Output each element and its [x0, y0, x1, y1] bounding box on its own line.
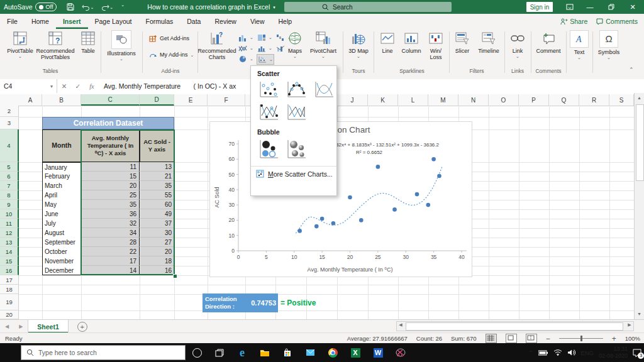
comment-button[interactable]: Comment — [533, 30, 564, 54]
row-header-6[interactable]: 6 — [0, 172, 19, 181]
cell-acsold[interactable]: 13 — [140, 162, 174, 172]
microsoft-store-button[interactable] — [279, 345, 296, 360]
cell-month[interactable]: June — [42, 209, 81, 219]
cell-temperature[interactable]: 25 — [81, 190, 140, 200]
tab-formulas[interactable]: Formulas — [139, 14, 180, 29]
cell-month[interactable]: October — [42, 247, 81, 256]
autosave-toggle[interactable]: AutoSave Off — [0, 0, 63, 14]
row-header-2[interactable]: 2 — [0, 106, 19, 117]
tab-data[interactable]: Data — [180, 14, 208, 29]
horizontal-scroll-thumb[interactable] — [406, 322, 623, 331]
cell-temperature[interactable]: 34 — [81, 228, 140, 238]
cortana-button[interactable] — [189, 345, 205, 360]
edge-button[interactable]: e — [234, 345, 250, 360]
word-button[interactable]: W — [370, 345, 386, 360]
row-header-11[interactable]: 11 — [0, 219, 19, 228]
status-count[interactable]: Count: 26 — [416, 335, 442, 342]
pivottable-button[interactable]: PivotTable⌄ — [6, 30, 34, 58]
chrome-button[interactable] — [325, 345, 341, 360]
zoom-slider[interactable] — [559, 338, 603, 339]
maps-button[interactable]: Maps⌄ — [284, 30, 306, 58]
scroll-left-icon[interactable]: ◀ — [397, 321, 404, 331]
speaker-icon[interactable] — [567, 349, 575, 356]
customize-quick-access-button[interactable]: ▔⌄ — [117, 0, 128, 14]
cell-acsold[interactable]: 35 — [140, 181, 174, 190]
tab-insert[interactable]: Insert — [56, 14, 88, 29]
slicer-button[interactable]: Slicer — [452, 30, 473, 54]
row-header-14[interactable]: 14 — [0, 247, 19, 256]
row-header-9[interactable]: 9 — [0, 200, 19, 209]
cell-acsold[interactable]: 18 — [140, 256, 174, 266]
language-indicator[interactable]: ENG — [580, 349, 594, 356]
column-header-Q[interactable]: Q — [549, 94, 579, 106]
insert-statistic-chart-button[interactable]: ⌄ — [257, 43, 273, 53]
column-header-L[interactable]: L — [398, 94, 428, 106]
pivotchart-button[interactable]: PivotChart⌄ — [307, 30, 340, 58]
scatter-option[interactable] — [257, 80, 280, 99]
3d-map-button[interactable]: 3D Map⌄ — [346, 30, 371, 58]
bubble-3d-option[interactable] — [285, 139, 308, 160]
row-header-4[interactable]: 4 — [0, 129, 19, 162]
column-header-B[interactable]: B — [42, 94, 81, 106]
column-header-A[interactable]: A — [19, 94, 42, 106]
correlation-chart[interactable]: 0102030405060700510152025303540Correlati… — [209, 121, 472, 277]
column-header-C[interactable]: C — [81, 94, 140, 106]
row-header-8[interactable]: 8 — [0, 190, 19, 200]
insert-line-chart-button[interactable]: ⌄ — [238, 43, 254, 53]
row-header-20[interactable]: 20 — [0, 310, 19, 319]
dataset-header-month[interactable]: Month — [42, 129, 81, 162]
cell-acsold[interactable]: 21 — [140, 172, 174, 181]
document-title[interactable]: How to create a correlation graph in Exc… — [143, 0, 279, 14]
normal-view-button[interactable] — [486, 334, 497, 343]
cell-month[interactable]: April — [42, 190, 81, 200]
restore-button[interactable] — [601, 0, 621, 14]
collapse-ribbon-button[interactable]: ⌃ — [629, 67, 634, 73]
recommended-pivottables-button[interactable]: ? Recommended PivotTables — [35, 30, 75, 61]
cell-acsold[interactable]: 60 — [140, 200, 174, 209]
cancel-button[interactable]: ✕ — [57, 79, 71, 93]
cell-acsold[interactable]: 30 — [140, 228, 174, 238]
scatter-straight-markers-option[interactable] — [257, 103, 280, 122]
get-addins-button[interactable]: Get Add-ins — [148, 34, 189, 43]
page-break-view-button[interactable] — [526, 334, 537, 343]
tab-view[interactable]: View — [243, 14, 272, 29]
dataset-header-acsold[interactable]: AC Sold - Y axis — [140, 129, 174, 162]
cell-temperature[interactable]: 36 — [81, 209, 140, 219]
scroll-up-icon[interactable]: ▲ — [635, 93, 644, 103]
cell-month[interactable]: August — [42, 228, 81, 238]
row-header-16[interactable]: 16 — [0, 266, 19, 275]
row-header-7[interactable]: 7 — [0, 181, 19, 190]
sparkline-column-button[interactable]: Column — [399, 30, 424, 54]
minimize-button[interactable]: — — [580, 0, 600, 14]
sign-in-button[interactable]: Sign in — [526, 2, 553, 12]
column-header-M[interactable]: M — [428, 94, 458, 106]
undo-button[interactable]: ⌄ — [78, 0, 97, 14]
insert-column-chart-button[interactable]: ⌄ — [238, 33, 254, 42]
notification-center-button[interactable]: 3 — [633, 349, 641, 357]
my-addins-button[interactable]: My Add-ins⌄ — [148, 50, 194, 59]
recommended-charts-button[interactable]: ? Recommended Charts — [200, 30, 234, 61]
sheet-nav-right-icon[interactable]: ▶ — [14, 324, 28, 329]
enter-button[interactable]: ✓ — [71, 79, 85, 93]
comments-button[interactable]: Comments — [596, 18, 638, 25]
cell-acsold[interactable]: 37 — [140, 219, 174, 228]
row-header-15[interactable]: 15 — [0, 256, 19, 266]
cell-temperature[interactable]: 35 — [81, 200, 140, 209]
text-button[interactable]: A Text⌄ — [569, 30, 590, 60]
save-button[interactable] — [63, 0, 78, 14]
column-header-O[interactable]: O — [489, 94, 519, 106]
insert-scatter-chart-button[interactable]: ⌄ — [257, 54, 274, 65]
sparkline-winloss-button[interactable]: Win/ Loss — [425, 30, 447, 61]
scatter-smooth-option[interactable] — [313, 80, 335, 99]
link-button[interactable]: Link⌄ — [507, 30, 528, 58]
row-header-19[interactable]: 19 — [0, 294, 19, 310]
cell-month[interactable]: February — [42, 172, 81, 181]
dataset-title-cell[interactable]: Correlation Dataset — [42, 117, 174, 129]
tab-page-layout[interactable]: Page Layout — [88, 14, 139, 29]
cell-temperature[interactable]: 15 — [81, 172, 140, 181]
status-sum[interactable]: Sum: 670 — [451, 335, 477, 342]
cell-temperature[interactable]: 14 — [81, 266, 140, 275]
cell-month[interactable]: July — [42, 219, 81, 228]
sparkline-line-button[interactable]: Line — [377, 30, 397, 54]
table-button[interactable]: Table — [77, 30, 99, 54]
